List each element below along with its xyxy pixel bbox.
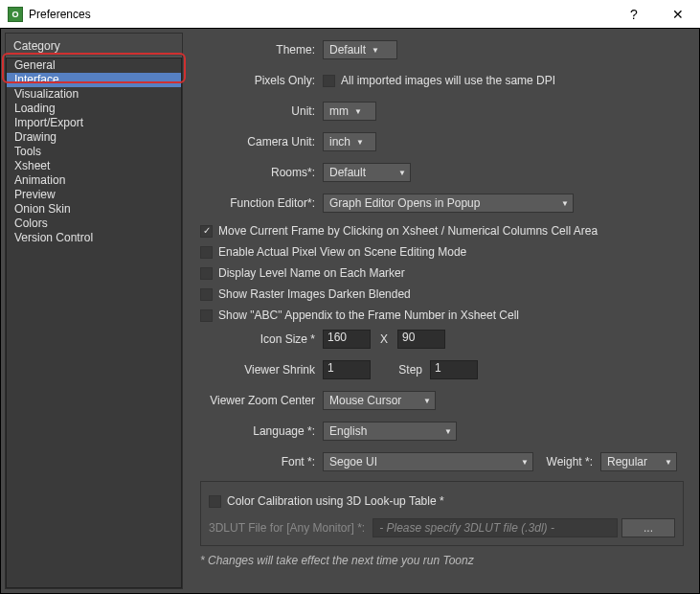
unit-label: Unit: xyxy=(200,104,323,118)
category-header: Category xyxy=(6,34,182,57)
window-title: Preferences xyxy=(29,8,612,21)
chevron-down-icon: ▼ xyxy=(561,199,569,208)
chevron-down-icon: ▼ xyxy=(665,458,672,467)
raster-darken-checkbox[interactable] xyxy=(200,288,213,301)
cat-visualization[interactable]: Visualization xyxy=(7,87,181,102)
cat-preview[interactable]: Preview xyxy=(7,188,181,202)
viewer-zoom-label: Viewer Zoom Center xyxy=(200,394,323,407)
func-editor-combo[interactable]: Graph Editor Opens in Popup▼ xyxy=(323,194,574,213)
chevron-down-icon: ▼ xyxy=(354,107,362,116)
restart-footnote: * Changes will take effect the next time… xyxy=(200,554,684,567)
chevron-down-icon: ▼ xyxy=(444,427,452,436)
pixels-only-text: All imported images will use the same DP… xyxy=(341,74,555,87)
unit-combo[interactable]: mm▼ xyxy=(323,102,376,121)
cat-general[interactable]: General xyxy=(7,58,181,73)
icon-height-field[interactable]: 90 xyxy=(397,330,445,349)
font-combo[interactable]: Segoe UI▼ xyxy=(323,452,533,471)
cat-interface[interactable]: Interface xyxy=(7,73,181,87)
level-name-checkbox[interactable] xyxy=(200,267,213,280)
color-calibration-label: Color Calibration using 3D Look-up Table… xyxy=(227,494,444,508)
close-button[interactable]: ✕ xyxy=(656,0,700,29)
help-button[interactable]: ? xyxy=(612,0,656,29)
camera-unit-combo[interactable]: inch▼ xyxy=(323,132,376,151)
category-list: General Interface Visualization Loading … xyxy=(6,57,182,588)
cat-xsheet[interactable]: Xsheet xyxy=(7,159,181,173)
language-combo[interactable]: English▼ xyxy=(323,422,457,441)
main-panel: Theme: Default▼ Pixels Only: All importe… xyxy=(183,33,695,589)
color-calibration-checkbox[interactable] xyxy=(209,495,221,508)
viewer-shrink-field[interactable]: 1 xyxy=(323,360,371,379)
icon-size-x: X xyxy=(371,332,397,346)
viewer-shrink-label: Viewer Shrink xyxy=(200,363,323,377)
func-editor-label: Function Editor*: xyxy=(200,196,323,210)
abc-appendix-checkbox[interactable] xyxy=(200,309,213,322)
pixels-only-label: Pixels Only: xyxy=(200,74,323,87)
cat-version-control[interactable]: Version Control xyxy=(7,231,181,245)
rooms-combo[interactable]: Default▼ xyxy=(323,163,411,182)
abc-appendix-label: Show "ABC" Appendix to the Frame Number … xyxy=(218,308,519,322)
weight-label: Weight *: xyxy=(533,455,600,468)
step-label: Step xyxy=(371,363,430,377)
icon-size-label: Icon Size * xyxy=(200,332,323,346)
lut-browse-button[interactable]: ... xyxy=(621,518,675,537)
chevron-down-icon: ▼ xyxy=(372,46,379,55)
actual-pixel-checkbox[interactable] xyxy=(200,246,213,259)
chevron-down-icon: ▼ xyxy=(423,397,431,405)
color-calibration-group: Color Calibration using 3D Look-up Table… xyxy=(200,481,684,546)
cat-colors[interactable]: Colors xyxy=(7,217,181,231)
move-frame-checkbox[interactable] xyxy=(200,225,213,238)
step-field[interactable]: 1 xyxy=(430,360,478,379)
category-panel: Category General Interface Visualization… xyxy=(5,33,183,589)
raster-darken-label: Show Raster Images Darken Blended xyxy=(218,287,411,301)
chevron-down-icon: ▼ xyxy=(356,138,364,147)
cat-tools[interactable]: Tools xyxy=(7,145,181,159)
actual-pixel-label: Enable Actual Pixel View on Scene Editin… xyxy=(218,245,466,259)
chevron-down-icon: ▼ xyxy=(398,169,406,177)
level-name-label: Display Level Name on Each Marker xyxy=(218,266,405,280)
cat-loading[interactable]: Loading xyxy=(7,102,181,116)
lut-file-label: 3DLUT File for [Any Monitor] *: xyxy=(209,521,373,535)
app-icon: O xyxy=(8,7,23,22)
cat-drawing[interactable]: Drawing xyxy=(7,130,181,145)
rooms-label: Rooms*: xyxy=(200,166,323,179)
pixels-only-checkbox[interactable] xyxy=(323,75,335,87)
theme-combo[interactable]: Default▼ xyxy=(323,40,397,59)
dialog-body: Category General Interface Visualization… xyxy=(0,29,700,594)
move-frame-label: Move Current Frame by Clicking on Xsheet… xyxy=(218,224,598,238)
chevron-down-icon: ▼ xyxy=(521,458,529,467)
language-label: Language *: xyxy=(200,424,323,438)
theme-label: Theme: xyxy=(200,43,323,57)
font-label: Font *: xyxy=(200,455,323,468)
camera-unit-label: Camera Unit: xyxy=(200,135,323,148)
lut-file-field[interactable]: - Please specify 3DLUT file (.3dl) - xyxy=(373,518,618,537)
weight-combo[interactable]: Regular▼ xyxy=(600,452,677,471)
cat-import-export[interactable]: Import/Export xyxy=(7,116,181,130)
cat-onion-skin[interactable]: Onion Skin xyxy=(7,202,181,217)
viewer-zoom-combo[interactable]: Mouse Cursor▼ xyxy=(323,391,436,410)
title-bar: O Preferences ? ✕ xyxy=(0,0,700,29)
icon-width-field[interactable]: 160 xyxy=(323,330,371,349)
cat-animation[interactable]: Animation xyxy=(7,173,181,188)
